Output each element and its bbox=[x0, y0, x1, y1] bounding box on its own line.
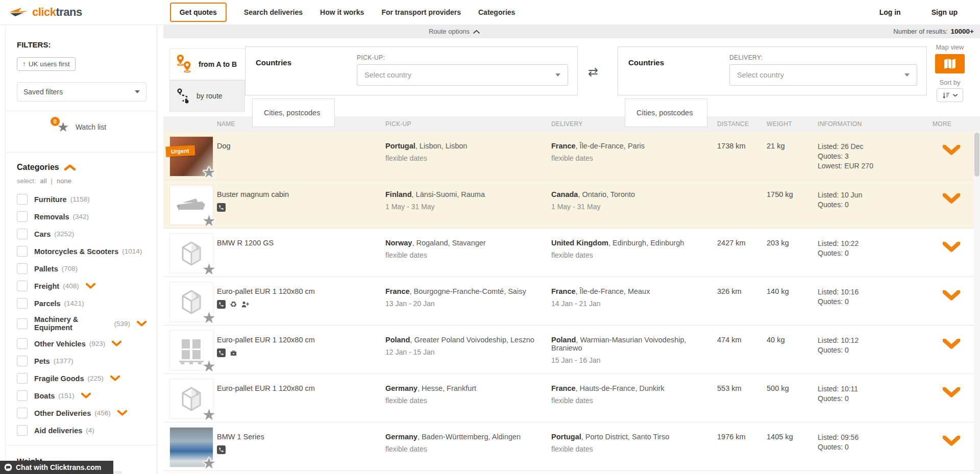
saved-filters-select[interactable]: Saved filters bbox=[17, 82, 146, 102]
category-checkbox[interactable] bbox=[17, 281, 28, 291]
expand-row-chevron-icon[interactable] bbox=[943, 339, 960, 373]
chevron-down-icon bbox=[135, 90, 140, 93]
expand-row-chevron-icon[interactable] bbox=[943, 436, 960, 470]
listing-photo-dog[interactable]: Urgent★ bbox=[169, 136, 213, 177]
category-checkbox[interactable] bbox=[17, 246, 28, 257]
chevron-down-icon[interactable] bbox=[110, 376, 120, 381]
login-link[interactable]: Log in bbox=[879, 8, 901, 16]
favorite-star-icon[interactable]: ★ bbox=[202, 310, 216, 326]
delivery-cell: Canada, Ontario, Toronto1 May - 31 May bbox=[551, 180, 717, 228]
box-icon[interactable]: ★ bbox=[169, 379, 213, 419]
map-icon bbox=[943, 58, 957, 70]
delivery-search-card: Countries DELIVERY: Select country bbox=[618, 46, 927, 95]
pickup-tab-countries[interactable]: Countries bbox=[256, 58, 291, 67]
chevron-down-icon[interactable] bbox=[117, 410, 127, 416]
nav-item-get-quotes[interactable]: Get quotes bbox=[170, 3, 227, 22]
table-row[interactable]: ★Euro-pallet EUR 1 120x80 cmPoland, Grea… bbox=[163, 326, 980, 374]
table-row[interactable]: Urgent★DogPortugal, Lisbon, Lisbonflexib… bbox=[163, 132, 980, 180]
delivery-dates: 15 Jan - 16 Jan bbox=[551, 356, 717, 364]
swap-pickup-delivery-button[interactable]: ⇄ bbox=[588, 65, 598, 79]
uk-users-first-button[interactable]: ↑ UK users first bbox=[17, 57, 76, 71]
table-row[interactable]: ★Euro-pallet EUR 1 120x80 cm♻France, Bou… bbox=[163, 277, 980, 326]
favorite-star-icon[interactable]: ★ bbox=[202, 262, 216, 277]
chevron-down-icon[interactable] bbox=[81, 393, 91, 398]
signup-link[interactable]: Sign up bbox=[932, 8, 958, 16]
expand-row-chevron-icon[interactable] bbox=[943, 145, 960, 180]
category-checkbox[interactable] bbox=[17, 194, 28, 205]
boat-icon[interactable]: ★ bbox=[169, 185, 213, 225]
category-label: Freight bbox=[34, 282, 59, 290]
nav-item-for-transport-providers[interactable]: For transport providers bbox=[381, 8, 461, 16]
select-none-link[interactable]: none bbox=[57, 177, 71, 185]
category-checkbox[interactable] bbox=[17, 263, 28, 274]
table-row[interactable]: ★Euro-pallet EUR 1 120x80 cmGermany, Hes… bbox=[163, 374, 980, 422]
table-row[interactable]: ★BMW R 1200 GSNorway, Rogaland, Stavange… bbox=[163, 229, 980, 277]
nav-item-how-it-works[interactable]: How it works bbox=[320, 8, 364, 16]
delivery-country-select[interactable]: Select country bbox=[729, 64, 917, 86]
category-checkbox[interactable] bbox=[17, 425, 28, 436]
category-checkbox[interactable] bbox=[17, 298, 28, 309]
chevron-down-icon[interactable] bbox=[137, 321, 146, 327]
clicktrans-logo[interactable]: clicktrans bbox=[8, 6, 82, 19]
more-cell bbox=[922, 277, 980, 325]
table-row[interactable]: ★Buster magnum cabinFinland, Länsi-Suomi… bbox=[163, 180, 980, 229]
delivery-dates: 14 Jan - 21 Jan bbox=[551, 300, 717, 308]
category-item: Furniture(1158) bbox=[17, 194, 146, 205]
sort-by-button[interactable] bbox=[937, 88, 963, 102]
tab-from-a-to-b[interactable]: from A to B bbox=[169, 48, 245, 80]
tab-by-route[interactable]: by route bbox=[169, 80, 245, 112]
delivery-cell: Poland, Warmian-Masurian Voivodeship, Br… bbox=[551, 326, 717, 373]
route-options-toggle[interactable]: Route options bbox=[163, 24, 745, 38]
expand-row-chevron-icon[interactable] bbox=[943, 242, 960, 277]
chevron-down-icon[interactable] bbox=[112, 341, 121, 346]
expand-row-chevron-icon[interactable] bbox=[943, 193, 960, 228]
information-cell: Listed: 10:22Quotes: 0 bbox=[818, 229, 922, 277]
box-icon[interactable]: ★ bbox=[169, 282, 213, 322]
divider bbox=[6, 152, 157, 153]
favorite-star-icon[interactable]: ★ bbox=[202, 213, 216, 229]
favorite-star-icon[interactable]: ★ bbox=[202, 165, 216, 180]
nav-item-search-deliveries[interactable]: Search deliveries bbox=[244, 8, 303, 16]
delivery-tab-countries[interactable]: Countries bbox=[628, 58, 664, 67]
nav-item-categories[interactable]: Categories bbox=[478, 8, 515, 16]
filters-sidebar: FILTERS: ↑ UK users first Saved filters … bbox=[0, 24, 163, 474]
expand-row-chevron-icon[interactable] bbox=[943, 387, 960, 422]
category-checkbox[interactable] bbox=[17, 356, 28, 366]
phone-icon bbox=[217, 203, 226, 212]
favorite-star-icon[interactable]: ★ bbox=[202, 456, 216, 471]
name-cell: Euro-pallet EUR 1 120x80 cm bbox=[217, 326, 385, 373]
chat-widget-button[interactable]: Chat with Clicktrans.com bbox=[0, 461, 113, 474]
category-checkbox[interactable] bbox=[17, 338, 28, 349]
category-checkbox[interactable] bbox=[17, 318, 28, 329]
pickup-country-select[interactable]: Select country bbox=[357, 64, 568, 86]
category-item: Other Vehicles(923) bbox=[17, 338, 146, 349]
watch-list-button[interactable]: 0 ★ Watch list bbox=[17, 111, 146, 143]
auth-links: Log in Sign up bbox=[879, 8, 958, 16]
map-view-button[interactable] bbox=[935, 54, 965, 73]
category-checkbox[interactable] bbox=[17, 211, 28, 222]
pallet-icon[interactable]: ★ bbox=[169, 330, 213, 370]
pickup-dates: flexible dates bbox=[385, 154, 551, 162]
category-checkbox[interactable] bbox=[17, 390, 28, 401]
scrollbar-thumb[interactable] bbox=[974, 133, 979, 177]
table-row[interactable]: ★BMW 1 SeriesGermany, Baden-Württemberg,… bbox=[163, 422, 980, 471]
delivery-tab-cities-postcodes[interactable]: Cities, postcodes bbox=[625, 98, 707, 127]
listing-photo-car[interactable]: ★ bbox=[169, 427, 213, 467]
category-label: Boats bbox=[34, 392, 55, 400]
select-all-link[interactable]: all bbox=[40, 177, 47, 185]
category-count: (151) bbox=[58, 392, 75, 400]
chevron-down-icon[interactable] bbox=[86, 283, 95, 289]
categories-section-toggle[interactable]: Categories bbox=[17, 163, 146, 172]
category-checkbox[interactable] bbox=[17, 229, 28, 239]
information-cell: Listed: 26 DecQuotes: 3Lowest: EUR 270 bbox=[818, 132, 922, 180]
favorite-star-icon[interactable]: ★ bbox=[202, 359, 216, 374]
pickup-tab-cities-postcodes[interactable]: Cities, postcodes bbox=[252, 98, 335, 127]
category-count: (1421) bbox=[64, 300, 84, 307]
box-icon[interactable]: ★ bbox=[169, 233, 213, 273]
favorite-star-icon[interactable]: ★ bbox=[202, 407, 216, 422]
category-checkbox[interactable] bbox=[17, 408, 28, 418]
category-count: (456) bbox=[94, 409, 111, 417]
expand-row-chevron-icon[interactable] bbox=[943, 290, 960, 325]
vertical-scrollbar[interactable] bbox=[974, 132, 980, 474]
category-checkbox[interactable] bbox=[17, 373, 28, 384]
